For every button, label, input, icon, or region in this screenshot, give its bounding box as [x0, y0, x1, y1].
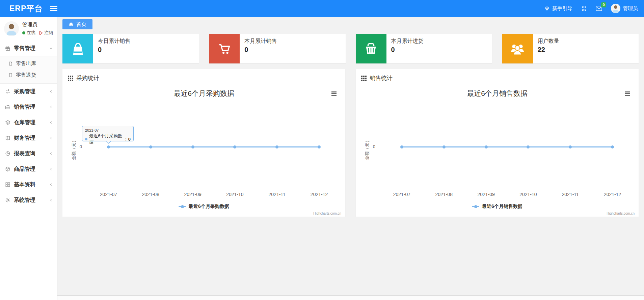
tooltip-series-name: 最近6个月采购数据 — [89, 133, 124, 145]
sidebar-item-goods[interactable]: 商品管理 — [0, 161, 57, 177]
chevron-left-icon — [49, 120, 53, 125]
messages-button[interactable]: 0 — [596, 6, 602, 11]
x-tick-label: 2021-11 — [549, 192, 591, 197]
legend-item[interactable]: 最近6个月销售数据 — [356, 203, 639, 210]
tab-home[interactable]: 首页 — [62, 19, 92, 29]
card-value: 22 — [538, 46, 559, 54]
y-axis-tick: 0 — [368, 144, 375, 149]
user-menu[interactable]: 管理员 — [611, 4, 638, 13]
card-value: 0 — [244, 46, 277, 54]
gift-icon — [5, 45, 11, 51]
highcharts-credits[interactable]: Highcharts.com.cn — [313, 212, 341, 215]
x-axis-labels: 2021-07 2021-08 2021-09 2021-10 2021-11 … — [381, 192, 634, 197]
chart-export-menu-icon[interactable] — [331, 91, 337, 97]
card-value: 0 — [391, 46, 424, 54]
guide-button[interactable]: 新手引导 — [544, 5, 572, 12]
main-content: 首页 今日累计销售 0 本月累计销售 0 — [57, 17, 644, 295]
sidebar: 管理员 在线 注销 零售管理 — [0, 17, 57, 300]
users-icon — [502, 34, 533, 63]
shopping-cart-icon — [209, 34, 240, 63]
y-axis-title: 金额（元） — [71, 135, 77, 164]
gem-icon — [544, 6, 550, 11]
sidebar-item-system[interactable]: 系统管理 — [0, 192, 57, 208]
briefcase-icon — [5, 104, 11, 110]
data-point[interactable] — [527, 145, 530, 148]
x-axis-line — [87, 189, 340, 189]
sidebar-item-basic-data[interactable]: 基本资料 — [0, 177, 57, 192]
sidebar-item-retail[interactable]: 零售管理 — [0, 40, 57, 56]
card-value: 0 — [98, 46, 130, 54]
exchange-icon — [5, 88, 11, 94]
data-point[interactable] — [149, 145, 152, 148]
top-navbar: ERP平台 新手引导 0 管理员 — [0, 0, 644, 17]
x-tick-label: 2021-09 — [172, 192, 214, 197]
tooltip-value: 0 — [128, 137, 131, 142]
fullscreen-icon[interactable] — [581, 6, 587, 11]
x-axis-labels: 2021-07 2021-08 2021-09 2021-10 2021-11 … — [87, 192, 340, 197]
data-point[interactable] — [191, 145, 194, 148]
chart-panels-row: 采购统计 最近6个月采购数据 金额（元） 0 — [62, 69, 639, 217]
sidebar-toggle-icon[interactable] — [50, 6, 57, 11]
data-point[interactable] — [107, 145, 110, 148]
chart-tooltip: 2021-07 最近6个月采购数据: 0 — [82, 126, 134, 141]
purchase-stats-panel: 采购统计 最近6个月采购数据 金额（元） 0 — [62, 69, 345, 217]
x-tick-label: 2021-09 — [465, 192, 507, 197]
data-point[interactable] — [442, 145, 446, 148]
legend-marker-icon — [472, 205, 479, 208]
sidebar-item-retail-return[interactable]: 零售退货 — [0, 69, 57, 81]
legend-item[interactable]: 最近6个月采购数据 — [62, 203, 345, 210]
x-tick-label: 2021-08 — [130, 192, 172, 197]
gear-icon — [5, 197, 11, 203]
shopping-basket-icon — [356, 34, 386, 63]
data-point[interactable] — [233, 145, 236, 148]
avatar — [4, 21, 19, 36]
x-tick-label: 2021-12 — [298, 192, 340, 197]
x-tick-label: 2021-07 — [87, 192, 130, 197]
panel-header: 采购统计 — [62, 69, 345, 85]
sidebar-item-warehouse[interactable]: 仓库管理 — [0, 115, 57, 130]
document-icon — [8, 61, 13, 66]
sidebar-item-sales[interactable]: 销售管理 — [0, 99, 57, 115]
sidebar-username: 管理员 — [22, 22, 53, 28]
retail-submenu: 零售出库 零售退货 — [0, 56, 57, 84]
sales-chart: 最近6个月销售数据 金额（元） 0 — [356, 85, 639, 217]
sales-stats-panel: 销售统计 最近6个月销售数据 金额（元） 0 — [356, 69, 639, 217]
chart-export-menu-icon[interactable] — [625, 91, 630, 97]
x-tick-label: 2021-07 — [381, 192, 423, 197]
chevron-left-icon — [49, 152, 53, 156]
chevron-left-icon — [49, 136, 53, 140]
pie-chart-icon — [5, 151, 11, 157]
sidebar-menu: 零售管理 零售出库 零售退货 采购管理 — [0, 40, 57, 208]
data-point[interactable] — [275, 145, 278, 148]
layers-icon — [5, 119, 11, 126]
chevron-left-icon — [49, 89, 53, 93]
data-point[interactable] — [569, 145, 572, 148]
data-point[interactable] — [485, 145, 488, 148]
data-point[interactable] — [611, 145, 614, 148]
tooltip-series-dot — [85, 138, 87, 140]
card-label: 今日累计销售 — [98, 38, 130, 45]
card-user-count: 用户数量 22 — [502, 34, 639, 63]
highcharts-credits[interactable]: Highcharts.com.cn — [607, 212, 635, 215]
document-icon — [8, 73, 13, 78]
avatar — [611, 4, 620, 13]
y-axis-tick: 0 — [75, 144, 82, 149]
panel-title: 销售统计 — [370, 74, 393, 82]
home-icon — [69, 22, 74, 27]
stat-cards-row: 今日累计销售 0 本月累计销售 0 本月累计进货 0 — [62, 34, 639, 63]
x-tick-label: 2021-08 — [423, 192, 465, 197]
tooltip-header: 2021-07 — [85, 128, 131, 132]
data-point[interactable] — [318, 145, 321, 148]
card-month-sales: 本月累计销售 0 — [209, 34, 345, 63]
logout-link[interactable]: 注销 — [39, 30, 53, 36]
purchase-chart: 最近6个月采购数据 金额（元） 0 — [62, 85, 345, 217]
sidebar-item-finance[interactable]: 财务管理 — [0, 130, 57, 146]
sidebar-item-procurement[interactable]: 采购管理 — [0, 84, 57, 99]
sidebar-item-reports[interactable]: 报表查询 — [0, 146, 57, 161]
chart-title: 最近6个月销售数据 — [356, 89, 639, 98]
data-point[interactable] — [400, 145, 403, 148]
card-today-sales: 今日累计销售 0 — [62, 34, 199, 63]
chevron-left-icon — [49, 105, 53, 109]
sidebar-item-retail-outbound[interactable]: 零售出库 — [0, 58, 57, 69]
legend-marker-icon — [179, 205, 186, 208]
